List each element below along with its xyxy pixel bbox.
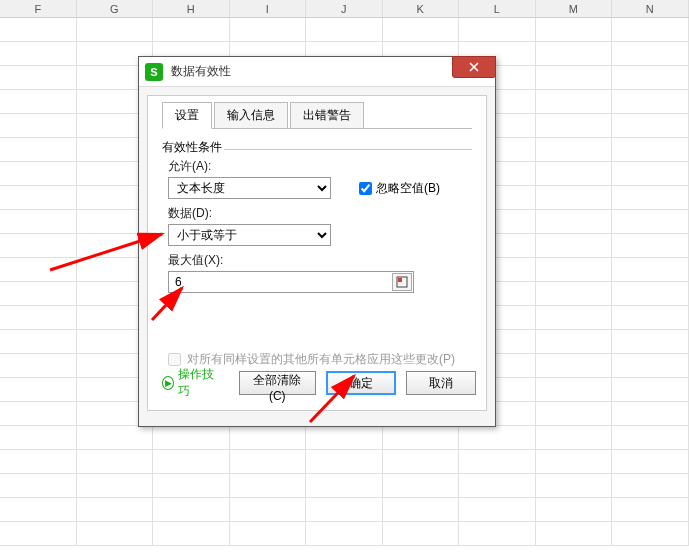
cell[interactable] — [230, 450, 307, 474]
cell[interactable] — [77, 522, 154, 546]
tab-error-alert[interactable]: 出错警告 — [290, 102, 364, 129]
max-value-input[interactable] — [169, 273, 392, 291]
col-header[interactable]: K — [383, 0, 460, 17]
cell[interactable] — [612, 186, 689, 210]
cell[interactable] — [612, 210, 689, 234]
cell[interactable] — [459, 522, 536, 546]
cell[interactable] — [306, 498, 383, 522]
cell[interactable] — [612, 522, 689, 546]
cell[interactable] — [230, 426, 307, 450]
cell[interactable] — [77, 18, 154, 42]
cell[interactable] — [77, 498, 154, 522]
cell[interactable] — [536, 450, 613, 474]
cell[interactable] — [459, 450, 536, 474]
cell[interactable] — [612, 474, 689, 498]
cell[interactable] — [536, 330, 613, 354]
cell[interactable] — [153, 474, 230, 498]
cell[interactable] — [230, 474, 307, 498]
tab-settings[interactable]: 设置 — [162, 102, 212, 129]
cell[interactable] — [0, 450, 77, 474]
cell[interactable] — [0, 474, 77, 498]
col-header[interactable]: J — [306, 0, 383, 17]
cell[interactable] — [383, 498, 460, 522]
range-picker-button[interactable] — [392, 273, 412, 291]
cancel-button[interactable]: 取消 — [406, 371, 476, 395]
cell[interactable] — [0, 402, 77, 426]
cell[interactable] — [0, 186, 77, 210]
cell[interactable] — [153, 426, 230, 450]
cell[interactable] — [0, 426, 77, 450]
allow-select[interactable]: 文本长度 — [168, 177, 331, 199]
cell[interactable] — [77, 450, 154, 474]
cell[interactable] — [536, 354, 613, 378]
col-header[interactable]: G — [77, 0, 154, 17]
cell[interactable] — [383, 426, 460, 450]
col-header[interactable]: F — [0, 0, 77, 17]
cell[interactable] — [536, 18, 613, 42]
cell[interactable] — [536, 378, 613, 402]
cell[interactable] — [0, 90, 77, 114]
cell[interactable] — [230, 522, 307, 546]
col-header[interactable]: N — [612, 0, 689, 17]
cell[interactable] — [536, 162, 613, 186]
cell[interactable] — [306, 18, 383, 42]
ignore-blank-checkbox[interactable] — [359, 182, 372, 195]
cell[interactable] — [383, 522, 460, 546]
cell[interactable] — [0, 162, 77, 186]
cell[interactable] — [536, 426, 613, 450]
cell[interactable] — [230, 498, 307, 522]
cell[interactable] — [383, 18, 460, 42]
cell[interactable] — [383, 474, 460, 498]
col-header[interactable]: M — [536, 0, 613, 17]
cell[interactable] — [0, 306, 77, 330]
cell[interactable] — [536, 66, 613, 90]
cell[interactable] — [612, 162, 689, 186]
cell[interactable] — [612, 498, 689, 522]
cell[interactable] — [153, 450, 230, 474]
cell[interactable] — [0, 210, 77, 234]
cell[interactable] — [612, 378, 689, 402]
cell[interactable] — [459, 426, 536, 450]
cell[interactable] — [612, 306, 689, 330]
cell[interactable] — [612, 42, 689, 66]
col-header[interactable]: I — [230, 0, 307, 17]
cell[interactable] — [536, 42, 613, 66]
cell[interactable] — [612, 18, 689, 42]
cell[interactable] — [0, 138, 77, 162]
cell[interactable] — [536, 498, 613, 522]
cell[interactable] — [0, 330, 77, 354]
cell[interactable] — [612, 258, 689, 282]
cell[interactable] — [306, 426, 383, 450]
clear-all-button[interactable]: 全部清除(C) — [239, 371, 316, 395]
cell[interactable] — [536, 474, 613, 498]
cell[interactable] — [459, 474, 536, 498]
ok-button[interactable]: 确定 — [326, 371, 396, 395]
cell[interactable] — [0, 498, 77, 522]
cell[interactable] — [612, 354, 689, 378]
cell[interactable] — [0, 522, 77, 546]
cell[interactable] — [153, 522, 230, 546]
cell[interactable] — [536, 402, 613, 426]
cell[interactable] — [536, 210, 613, 234]
cell[interactable] — [536, 306, 613, 330]
cell[interactable] — [536, 90, 613, 114]
cell[interactable] — [0, 42, 77, 66]
tips-link[interactable]: ▶ 操作技巧 — [162, 366, 219, 400]
cell[interactable] — [536, 234, 613, 258]
cell[interactable] — [0, 354, 77, 378]
cell[interactable] — [306, 450, 383, 474]
cell[interactable] — [0, 234, 77, 258]
cell[interactable] — [0, 18, 77, 42]
close-button[interactable] — [452, 56, 496, 78]
cell[interactable] — [153, 18, 230, 42]
cell[interactable] — [536, 138, 613, 162]
cell[interactable] — [536, 258, 613, 282]
cell[interactable] — [612, 426, 689, 450]
cell[interactable] — [459, 18, 536, 42]
cell[interactable] — [612, 234, 689, 258]
cell[interactable] — [612, 138, 689, 162]
cell[interactable] — [0, 258, 77, 282]
cell[interactable] — [536, 186, 613, 210]
col-header[interactable]: L — [459, 0, 536, 17]
tab-input-message[interactable]: 输入信息 — [214, 102, 288, 129]
